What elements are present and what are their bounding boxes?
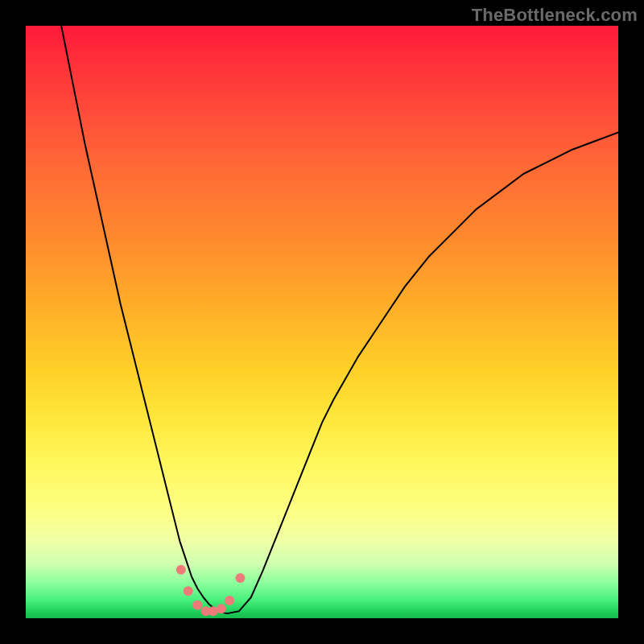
marker-dot — [184, 586, 193, 596]
watermark-text: TheBottleneck.com — [472, 5, 638, 26]
marker-dot — [217, 604, 226, 613]
plot-area — [26, 26, 618, 618]
marker-dot — [192, 601, 202, 610]
bottom-cluster-markers — [176, 565, 246, 617]
marker-dot — [208, 606, 218, 616]
marker-dot — [176, 565, 186, 575]
chart-frame: TheBottleneck.com — [0, 0, 644, 644]
chart-svg — [26, 26, 618, 618]
bottleneck-curve — [61, 26, 618, 613]
marker-dot — [225, 596, 234, 605]
marker-dot — [235, 573, 245, 583]
